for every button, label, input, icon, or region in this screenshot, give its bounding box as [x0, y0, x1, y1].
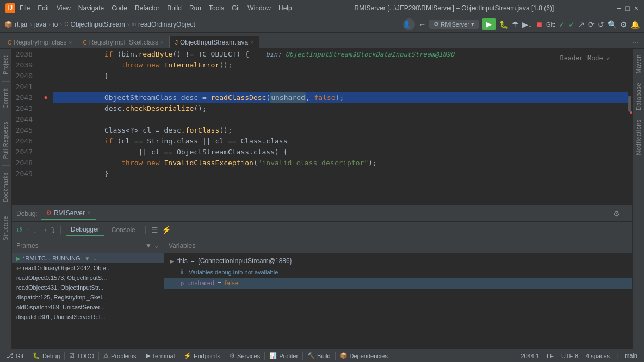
- jar-label[interactable]: rt.jar: [15, 21, 28, 28]
- status-position[interactable]: 2044:1: [517, 353, 542, 359]
- right-sidebar-maven[interactable]: Maven: [634, 51, 643, 77]
- frame-rmi-label[interactable]: *RMI TC... RUNNING: [23, 255, 81, 261]
- menu-file[interactable]: File: [20, 4, 30, 12]
- status-endpoints[interactable]: ⚡ Endpoints: [181, 352, 224, 359]
- frame-item-rmi[interactable]: ▶ *RMI TC... RUNNING ▼ ⌄: [12, 253, 164, 263]
- profiler-label[interactable]: Profiler: [279, 353, 298, 359]
- tab-overflow-button[interactable]: ⋯: [629, 36, 642, 48]
- debug-session-label[interactable]: RMIServer: [54, 209, 85, 217]
- menu-refactor[interactable]: Refactor: [135, 4, 159, 12]
- menu-edit[interactable]: Edit: [38, 4, 49, 12]
- git-push-button[interactable]: ↗: [578, 20, 585, 29]
- frames-filter-button[interactable]: ▼: [145, 242, 152, 249]
- debug-threads-button[interactable]: ⚡: [162, 226, 171, 234]
- avatar-button[interactable]: 👤: [403, 18, 415, 30]
- menu-build[interactable]: Build: [167, 4, 182, 12]
- debug-session-tab[interactable]: ⚙ RMIServer ×: [41, 207, 96, 220]
- search-button[interactable]: 🔍: [608, 20, 617, 29]
- status-line-ending[interactable]: LF: [543, 353, 557, 359]
- line-2038[interactable]: if (bin.readByte() != TC_OBJECT) { bin: …: [53, 49, 628, 60]
- reader-mode-check[interactable]: ✓: [606, 53, 610, 64]
- todo-label[interactable]: TODO: [77, 353, 94, 359]
- line-2041[interactable]: [53, 82, 628, 92]
- status-todo[interactable]: ☑ TODO: [66, 352, 97, 359]
- debug-rerun-button[interactable]: ↺: [16, 226, 23, 234]
- reader-mode-widget[interactable]: Reader Mode ✓: [560, 53, 610, 64]
- right-sidebar-notifications[interactable]: Notifications: [634, 116, 643, 158]
- left-panel-structure[interactable]: Structure: [2, 214, 10, 242]
- var-unshared[interactable]: p unshared = false: [164, 278, 632, 289]
- debug-step-over-button[interactable]: ↓: [33, 226, 37, 234]
- frame-readordinary-label[interactable]: readOrdinaryObject:2042, Obje...: [23, 265, 111, 271]
- frame-item-olddispatch[interactable]: oldDispatch:469, UnicastServer...: [12, 302, 164, 312]
- menu-git[interactable]: Git: [232, 4, 240, 12]
- debug-tab-debugger[interactable]: Debugger: [66, 223, 104, 236]
- debug-step-out-button[interactable]: ⤵: [51, 226, 55, 234]
- status-debug[interactable]: 🐛 Debug: [29, 352, 63, 359]
- right-sidebar-database[interactable]: Database: [634, 79, 643, 114]
- left-panel-bookmarks[interactable]: Bookmarks: [2, 170, 10, 204]
- breadcrumb-java[interactable]: java: [34, 21, 46, 28]
- editor[interactable]: Reader Mode ✓ 2038 2039 2040 2041 2042 2…: [12, 49, 628, 205]
- git-check2-button[interactable]: ✓: [568, 20, 575, 29]
- status-branch[interactable]: ⊢ main: [614, 352, 641, 359]
- var-this[interactable]: ▶ this = {ConnectionInputStream@1886}: [164, 255, 632, 266]
- frame-readobject0-label[interactable]: readObject0:1573, ObjectInputS...: [16, 274, 107, 281]
- debug-minimize-button[interactable]: −: [623, 209, 628, 218]
- frame-item-readobject[interactable]: readObject:431, ObjectInputStr...: [12, 283, 164, 292]
- debug-run-button[interactable]: 🐛: [499, 20, 509, 29]
- problems-label[interactable]: Problems: [111, 353, 136, 359]
- debug-step-into-button[interactable]: →: [40, 226, 48, 234]
- line-2042[interactable]: ObjectStreamClass desc = readClassDesc(u…: [53, 92, 628, 103]
- line-2040[interactable]: }: [53, 71, 628, 82]
- services-label[interactable]: Services: [237, 353, 260, 359]
- line-2048[interactable]: throw new InvalidClassException("invalid…: [53, 158, 628, 168]
- frame-item-dispatch[interactable]: dispatch:125, RegistryImpl_Skel...: [12, 292, 164, 302]
- frame-dispatch-label[interactable]: dispatch:125, RegistryImpl_Skel...: [16, 294, 107, 301]
- notifications-button[interactable]: 🔔: [630, 20, 640, 29]
- stop-button[interactable]: ⏹: [535, 20, 543, 29]
- line-2044[interactable]: [53, 114, 628, 125]
- minimize-button[interactable]: −: [616, 4, 621, 13]
- status-services[interactable]: ⚙ Services: [226, 352, 263, 359]
- git-rollback-button[interactable]: ↺: [598, 20, 604, 29]
- frame-item-readobject0[interactable]: readObject0:1573, ObjectInputS...: [12, 273, 164, 283]
- package-label[interactable]: java: [34, 21, 46, 28]
- build-label[interactable]: Build: [317, 353, 330, 359]
- left-panel-project[interactable]: Project: [2, 53, 10, 77]
- window-controls[interactable]: − □ ×: [616, 4, 639, 13]
- menu-view[interactable]: View: [57, 4, 71, 12]
- breadcrumb-method[interactable]: m readOrdinaryObject: [132, 21, 195, 28]
- git-status-label[interactable]: Git: [16, 353, 23, 359]
- debug-status-label[interactable]: Debug: [42, 353, 60, 359]
- left-panel-pull-requests[interactable]: Pull Requests: [2, 120, 10, 161]
- debug-settings-button[interactable]: ⚙: [613, 209, 620, 218]
- close-button[interactable]: ×: [634, 4, 639, 13]
- status-terminal[interactable]: ▶ Terminal: [143, 352, 178, 359]
- run-config-button[interactable]: ⚙ RMIServer ▾: [429, 20, 479, 29]
- tab-objectinputstream[interactable]: J ObjectInputStream.java ×: [169, 36, 259, 48]
- debug-session-close[interactable]: ×: [87, 210, 90, 216]
- frame-filter-icon[interactable]: ▼: [85, 255, 90, 261]
- tab-skel-close[interactable]: ×: [160, 40, 164, 46]
- status-profiler[interactable]: 📊 Profiler: [266, 352, 301, 359]
- breakpoint-icon[interactable]: ●: [44, 92, 47, 103]
- frame-item-readordinaryobject[interactable]: ↩ readOrdinaryObject:2042, Obje...: [12, 263, 164, 273]
- nav-back-button[interactable]: ←: [418, 20, 426, 29]
- left-panel-commit[interactable]: Commit: [2, 86, 10, 110]
- status-indent[interactable]: 4 spaces: [583, 353, 613, 359]
- run-button[interactable]: ▶: [482, 18, 496, 30]
- git-check1-button[interactable]: ✓: [559, 20, 565, 29]
- menu-code[interactable]: Code: [112, 4, 127, 12]
- menu-help[interactable]: Help: [278, 4, 292, 12]
- menu-tools[interactable]: Tools: [209, 4, 224, 12]
- frame-olddispatch-label[interactable]: oldDispatch:469, UnicastServer...: [16, 304, 105, 310]
- menu-window[interactable]: Window: [247, 4, 271, 12]
- menu-bar[interactable]: File Edit View Navigate Code Refactor Bu…: [20, 4, 292, 12]
- tab-registryimpl-label[interactable]: RegistryImpl.class: [14, 39, 66, 46]
- tab-skel-label[interactable]: RegistryImpl_Skel.class: [89, 39, 158, 46]
- coverage-button[interactable]: ☂: [512, 20, 519, 29]
- status-git[interactable]: ⎇ Git: [3, 352, 27, 359]
- breadcrumb-class[interactable]: C ObjectInputStream: [64, 21, 125, 28]
- breadcrumb-io[interactable]: io: [53, 21, 58, 28]
